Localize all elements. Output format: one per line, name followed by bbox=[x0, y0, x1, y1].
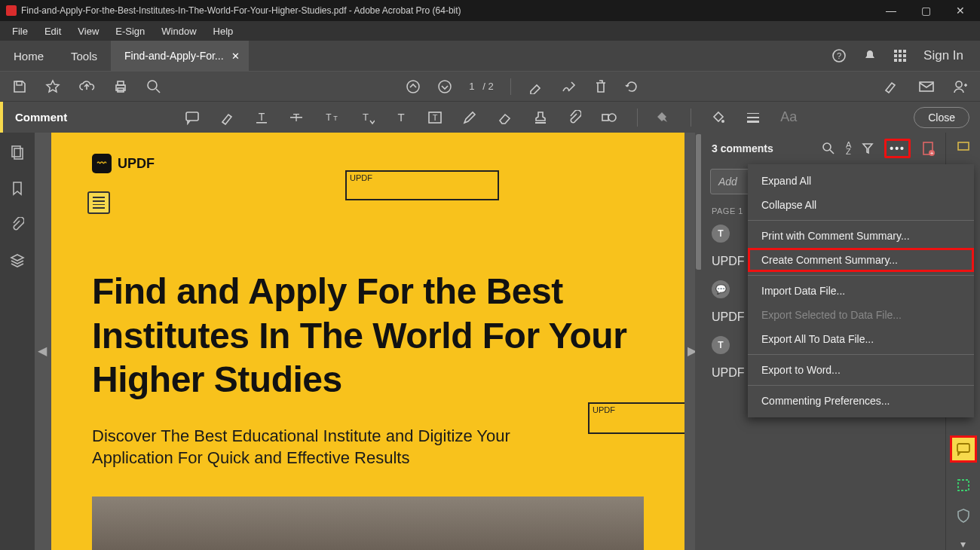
attachment-icon[interactable] bbox=[11, 217, 24, 232]
trash-icon[interactable] bbox=[594, 79, 608, 94]
highlight-icon[interactable] bbox=[219, 110, 234, 125]
page-up-icon[interactable] bbox=[406, 79, 421, 94]
text-properties-icon[interactable]: Aa bbox=[780, 109, 797, 125]
stamp-icon[interactable] bbox=[533, 110, 548, 125]
svg-text:T: T bbox=[363, 112, 369, 123]
line-thickness-icon[interactable] bbox=[746, 112, 761, 124]
close-window-button[interactable]: ✕ bbox=[950, 5, 971, 17]
text-box-icon[interactable]: T bbox=[427, 110, 443, 125]
sticky-note-annotation[interactable] bbox=[87, 191, 110, 214]
svg-rect-24 bbox=[290, 117, 302, 118]
svg-rect-36 bbox=[747, 117, 759, 118]
menu-item[interactable]: Expand All bbox=[748, 169, 974, 193]
left-rail bbox=[0, 133, 35, 550]
cloud-upload-icon[interactable] bbox=[78, 79, 95, 94]
tab-home[interactable]: Home bbox=[0, 41, 57, 71]
svg-rect-7 bbox=[903, 54, 906, 57]
svg-rect-45 bbox=[957, 444, 969, 452]
close-comment-button[interactable]: Close bbox=[914, 107, 969, 128]
zoom-icon[interactable] bbox=[146, 79, 161, 94]
svg-point-16 bbox=[407, 81, 419, 93]
doc-subheading: Discover The Best Educational Institute … bbox=[92, 425, 529, 469]
eraser-icon[interactable] bbox=[497, 111, 513, 124]
svg-point-17 bbox=[439, 81, 451, 93]
replace-text-icon[interactable]: TT bbox=[323, 110, 340, 125]
strikethrough-icon[interactable]: T bbox=[289, 110, 304, 125]
tool-search-icon[interactable] bbox=[957, 140, 970, 154]
menu-window[interactable]: Window bbox=[154, 24, 204, 38]
menu-item[interactable]: Print with Comment Summary... bbox=[748, 224, 974, 248]
comment-search-icon[interactable] bbox=[822, 142, 835, 155]
menu-edit[interactable]: Edit bbox=[37, 24, 69, 38]
layers-icon[interactable] bbox=[10, 253, 25, 268]
window-title: Find-and-Apply-For-the-Best-Institutes-I… bbox=[21, 5, 880, 16]
comment-filter-icon[interactable] bbox=[862, 142, 874, 154]
signin-button[interactable]: Sign In bbox=[923, 48, 963, 63]
comment-type-badge: 💬 bbox=[712, 280, 730, 298]
tab-row: Home Tools Find-and-Apply-For... ✕ ? Sig… bbox=[0, 41, 980, 71]
more-tools-icon[interactable]: ▾ bbox=[960, 538, 966, 550]
svg-rect-8 bbox=[894, 59, 897, 62]
comment-export-icon[interactable]: + bbox=[921, 141, 935, 156]
pencil-icon[interactable] bbox=[462, 110, 477, 125]
minimize-button[interactable]: ― bbox=[880, 5, 902, 17]
print-icon[interactable] bbox=[113, 79, 128, 94]
protect-icon[interactable] bbox=[957, 508, 970, 523]
star-icon[interactable] bbox=[45, 79, 60, 94]
comment-toolbar: Comment T T TT T T T Aa Close bbox=[0, 101, 980, 133]
comment-type-badge: T bbox=[712, 225, 730, 243]
menu-help[interactable]: Help bbox=[206, 24, 241, 38]
bookmark-icon[interactable] bbox=[11, 181, 24, 196]
mail-icon[interactable] bbox=[918, 81, 935, 93]
svg-rect-10 bbox=[903, 59, 906, 62]
menu-file[interactable]: File bbox=[5, 24, 35, 38]
fill-color-icon[interactable] bbox=[711, 110, 726, 125]
scrollbar-thumb[interactable] bbox=[696, 134, 701, 270]
menu-item[interactable]: Commenting Preferences... bbox=[748, 389, 974, 413]
thumbnails-icon[interactable] bbox=[10, 145, 25, 160]
apps-icon[interactable] bbox=[893, 49, 907, 63]
svg-point-34 bbox=[721, 120, 724, 123]
menu-item[interactable]: Import Data File... bbox=[748, 279, 974, 303]
page-indicator[interactable]: 1 / 2 bbox=[469, 81, 494, 92]
maximize-button[interactable]: ▢ bbox=[915, 5, 936, 17]
shapes-icon[interactable] bbox=[601, 110, 617, 125]
underline-icon[interactable]: T bbox=[254, 110, 269, 125]
tab-tools[interactable]: Tools bbox=[57, 41, 111, 71]
menu-item[interactable]: Create Comment Summary... bbox=[748, 248, 974, 272]
pin-icon[interactable] bbox=[657, 111, 671, 124]
comment-tool-icon[interactable] bbox=[950, 435, 977, 463]
svg-rect-35 bbox=[747, 113, 759, 114]
redact-icon[interactable] bbox=[884, 80, 900, 93]
create-pdf-icon[interactable] bbox=[956, 478, 971, 493]
tab-close-icon[interactable]: ✕ bbox=[231, 50, 240, 62]
tab-document[interactable]: Find-and-Apply-For... ✕ bbox=[111, 41, 249, 71]
menu-view[interactable]: View bbox=[70, 24, 106, 38]
menu-item[interactable]: Export to Word... bbox=[748, 358, 974, 382]
textbox-annotation-1[interactable]: UPDF bbox=[345, 170, 499, 200]
menu-esign[interactable]: E-Sign bbox=[108, 24, 152, 38]
comment-options-icon[interactable]: ••• bbox=[884, 139, 911, 158]
page-down-icon[interactable] bbox=[437, 79, 452, 94]
svg-rect-38 bbox=[12, 146, 20, 157]
document-viewer[interactable]: ◀ 〰UPDF UPDF Find and Apply For the Best… bbox=[35, 133, 701, 550]
rotate-icon[interactable] bbox=[624, 79, 639, 94]
sign-tool-icon[interactable] bbox=[561, 79, 577, 94]
text-comment-icon[interactable]: T bbox=[394, 110, 408, 125]
attach-icon[interactable] bbox=[568, 110, 581, 125]
menu-item[interactable]: Collapse All bbox=[748, 193, 974, 217]
bell-icon[interactable] bbox=[863, 49, 877, 63]
textbox-annotation-2[interactable]: UPDF bbox=[588, 402, 684, 434]
menu-item[interactable]: Export All To Data File... bbox=[748, 327, 974, 351]
scrollbar[interactable] bbox=[695, 133, 701, 550]
sticky-note-icon[interactable] bbox=[185, 110, 200, 125]
highlight-tool-icon[interactable] bbox=[528, 79, 544, 94]
share-user-icon[interactable] bbox=[953, 79, 968, 94]
help-icon[interactable]: ? bbox=[831, 48, 847, 63]
svg-text:T: T bbox=[259, 111, 265, 123]
svg-text:?: ? bbox=[837, 51, 841, 60]
comment-sort-icon[interactable]: AZ bbox=[846, 142, 851, 155]
save-icon[interactable] bbox=[12, 79, 27, 94]
insert-text-icon[interactable]: T bbox=[360, 110, 375, 125]
prev-page-arrow[interactable]: ◀ bbox=[38, 341, 48, 359]
